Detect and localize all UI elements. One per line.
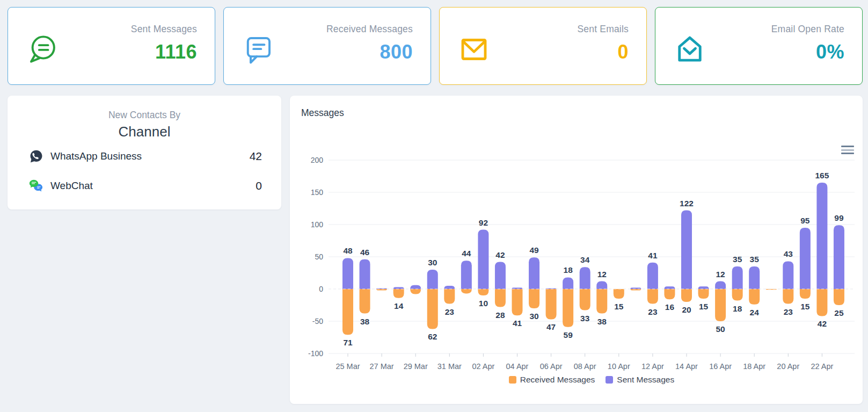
received-bar[interactable]: [461, 289, 472, 293]
received-bar[interactable]: [342, 289, 353, 335]
stat-card-sent-messages: Sent Messages 1116: [8, 7, 215, 85]
received-bar-label: 23: [648, 307, 658, 316]
received-bar-label: 41: [513, 319, 522, 328]
received-bar[interactable]: [800, 289, 811, 299]
sent-messages-swatch: [606, 376, 613, 384]
sent-bar-label: 18: [564, 265, 573, 274]
received-bar[interactable]: [444, 289, 455, 304]
sent-bar[interactable]: [647, 263, 658, 289]
received-bar[interactable]: [614, 289, 624, 299]
received-bar[interactable]: [749, 289, 760, 305]
received-bar[interactable]: [715, 289, 726, 321]
stat-card-received-messages: Received Messages 800: [223, 7, 431, 85]
sent-bar[interactable]: [800, 228, 811, 289]
y-axis-tick-label: -50: [312, 317, 323, 326]
received-bar[interactable]: [393, 289, 404, 298]
sent-bar[interactable]: [427, 270, 438, 289]
received-bar-label: 14: [394, 301, 404, 310]
received-bar[interactable]: [410, 289, 421, 294]
messages-bar-chart[interactable]: 200150100500-50-100487146381430622344921…: [290, 96, 863, 404]
sent-bar-label: 92: [479, 218, 488, 227]
sent-bar[interactable]: [715, 281, 726, 289]
received-bar-label: 38: [597, 317, 607, 326]
y-axis-tick-label: 150: [311, 188, 324, 197]
received-bar[interactable]: [529, 289, 539, 308]
stat-label: Sent Emails: [577, 24, 629, 35]
received-bar[interactable]: [834, 289, 844, 305]
sent-bar-label: 95: [800, 216, 810, 225]
sent-bar[interactable]: [681, 211, 692, 289]
legend-label: Received Messages: [520, 375, 595, 385]
contact-row-webchat: WebChat 0: [29, 179, 262, 195]
sent-bar[interactable]: [580, 267, 590, 289]
received-bar[interactable]: [816, 289, 827, 316]
received-bar-label: 47: [546, 322, 556, 331]
received-bar[interactable]: [360, 289, 370, 314]
x-axis-tick-label: 29 Mar: [404, 362, 428, 371]
sent-bar[interactable]: [749, 266, 760, 289]
sent-bar-label: 30: [428, 258, 437, 267]
x-axis-tick-label: 02 Apr: [472, 362, 494, 371]
sent-bar-label: 122: [680, 199, 694, 208]
sent-bar-label: 35: [733, 255, 742, 264]
sent-bar[interactable]: [410, 285, 421, 289]
sent-bar-label: 34: [580, 255, 590, 264]
received-bar-label: 59: [564, 330, 573, 339]
received-bar[interactable]: [563, 289, 573, 327]
sent-bar[interactable]: [732, 266, 743, 289]
received-bar[interactable]: [495, 289, 506, 307]
stat-value: 800: [380, 41, 413, 63]
sent-bar[interactable]: [360, 259, 370, 289]
received-bar[interactable]: [647, 289, 658, 304]
received-bar-label: 15: [800, 302, 810, 311]
sent-bar[interactable]: [461, 261, 472, 289]
contacts-card-subtitle: New Contacts By: [8, 110, 281, 121]
sent-bar-label: 42: [495, 250, 505, 259]
x-axis-tick-label: 06 Apr: [540, 362, 563, 371]
sent-bar[interactable]: [529, 257, 539, 289]
received-bar[interactable]: [546, 289, 557, 319]
x-axis-tick-label: 22 Apr: [811, 362, 833, 371]
legend-item-sent-messages[interactable]: Sent Messages: [606, 375, 674, 385]
received-bar[interactable]: [580, 289, 590, 310]
received-bar[interactable]: [512, 289, 523, 315]
stat-card-email-open-rate: Email Open Rate 0%: [655, 7, 863, 85]
received-bar[interactable]: [478, 289, 488, 295]
contact-channel-value: 42: [250, 150, 262, 163]
x-axis-tick-label: 14 Apr: [675, 362, 698, 371]
stat-value: 0: [617, 41, 629, 63]
sent-bar-label: 35: [750, 255, 760, 264]
new-contacts-card: New Contacts By Channel WhatsApp Busines…: [8, 96, 281, 209]
stat-label: Email Open Rate: [771, 24, 844, 35]
sent-bar[interactable]: [342, 258, 353, 289]
stat-label: Sent Messages: [131, 24, 197, 35]
received-bar-label: 33: [580, 314, 590, 323]
received-bar[interactable]: [681, 289, 692, 302]
received-bar[interactable]: [698, 289, 709, 299]
sent-bar[interactable]: [444, 286, 455, 289]
received-bar[interactable]: [664, 289, 675, 299]
sent-bar-label: 12: [597, 270, 607, 279]
received-bar[interactable]: [427, 289, 438, 329]
received-bar[interactable]: [783, 289, 793, 304]
y-axis-tick-label: 200: [311, 156, 324, 164]
sent-bar[interactable]: [563, 277, 573, 289]
received-bar[interactable]: [596, 289, 607, 314]
messages-chart-card: Messages 200150100500-50-100487146381430…: [290, 96, 863, 404]
sent-bar[interactable]: [783, 261, 793, 289]
legend-item-received-messages[interactable]: Received Messages: [509, 375, 595, 385]
sent-bar[interactable]: [478, 230, 488, 289]
y-axis-tick-label: 50: [315, 252, 323, 261]
contact-channel-value: 0: [256, 179, 262, 192]
sent-bar-label: 41: [648, 251, 658, 260]
contact-channel-label: WhatsApp Business: [50, 150, 142, 162]
sent-bar[interactable]: [495, 262, 506, 289]
received-bar-label: 23: [445, 307, 455, 316]
sent-bar[interactable]: [816, 183, 827, 289]
received-bar[interactable]: [732, 289, 743, 301]
sent-bar[interactable]: [834, 225, 844, 289]
x-axis-tick-label: 31 Mar: [437, 362, 462, 371]
webchat-icon: [29, 179, 43, 193]
received-bar-label: 62: [428, 332, 437, 341]
sent-bar[interactable]: [596, 281, 607, 289]
